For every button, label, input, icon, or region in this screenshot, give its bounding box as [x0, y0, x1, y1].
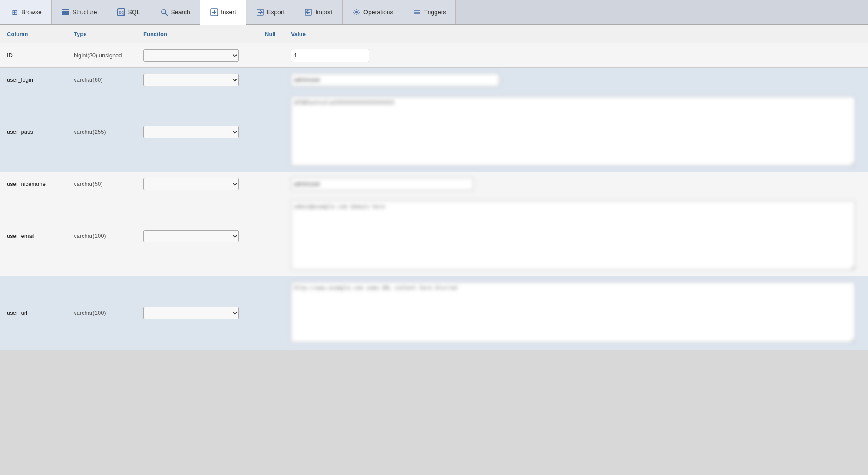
tab-export[interactable]: Export [246, 0, 294, 24]
operations-icon [352, 8, 361, 16]
cell-column-id: ID [0, 48, 69, 63]
function-select-url[interactable] [143, 307, 239, 319]
tab-search-label: Search [171, 9, 190, 16]
svg-line-6 [165, 13, 168, 16]
cell-function-url[interactable] [139, 303, 261, 323]
export-icon [256, 8, 264, 16]
cell-function-email[interactable] [139, 226, 261, 247]
triggers-icon [413, 8, 422, 16]
header-type: Type [69, 31, 139, 37]
cell-value-login[interactable] [287, 69, 868, 91]
header-function: Function [139, 31, 261, 37]
cell-column-pass: user_pass [0, 124, 69, 139]
cell-function-pass[interactable] [139, 122, 261, 142]
cell-type-email: varchar(100) [69, 228, 139, 244]
cell-value-id[interactable] [287, 45, 868, 66]
header-null: Null [261, 31, 287, 37]
value-textarea-email[interactable] [291, 201, 855, 270]
cell-type-id: bigint(20) unsigned [69, 48, 139, 63]
cell-null-nicename [261, 180, 287, 188]
cell-function-id[interactable] [139, 45, 261, 66]
tab-sql-label: SQL [128, 9, 140, 16]
table-row: user_nicename varchar(50) [0, 172, 868, 196]
cell-null-url [261, 309, 287, 317]
tab-insert[interactable]: Insert [200, 0, 246, 25]
cell-value-email[interactable] [287, 196, 868, 276]
header-value: Value [287, 31, 868, 37]
tab-triggers[interactable]: Triggers [403, 0, 456, 24]
function-select-pass[interactable] [143, 126, 239, 138]
table-row: user_url varchar(100) [0, 276, 868, 350]
tab-search[interactable]: Search [150, 0, 200, 24]
cell-column-nicename: user_nicename [0, 176, 69, 191]
tab-import-label: Import [315, 9, 333, 16]
cell-type-login: varchar(60) [69, 72, 139, 87]
cell-column-url: user_url [0, 305, 69, 320]
function-select-nicename[interactable] [143, 178, 239, 190]
cell-function-nicename[interactable] [139, 174, 261, 195]
tab-insert-label: Insert [221, 9, 236, 16]
tab-browse[interactable]: ⊞ Browse [0, 0, 52, 24]
tab-bar: ⊞ Browse Structure SQL SQL Search Insert… [0, 0, 868, 25]
cell-value-url[interactable] [287, 277, 868, 348]
table-row: user_email varchar(100) [0, 196, 868, 276]
cell-type-nicename: varchar(50) [69, 176, 139, 191]
table-row: ID bigint(20) unsigned [0, 43, 868, 68]
value-input-id[interactable] [291, 49, 369, 62]
cell-column-email: user_email [0, 228, 69, 244]
function-select-login[interactable] [143, 74, 239, 86]
value-input-nicename[interactable] [291, 178, 473, 191]
cell-type-url: varchar(100) [69, 305, 139, 320]
cell-function-login[interactable] [139, 69, 261, 90]
cell-column-login: user_login [0, 72, 69, 87]
tab-export-label: Export [267, 9, 284, 16]
structure-icon [61, 8, 70, 16]
tab-operations-label: Operations [363, 9, 393, 16]
tab-operations[interactable]: Operations [343, 0, 403, 24]
search-icon [160, 8, 168, 16]
tab-sql[interactable]: SQL SQL [107, 0, 150, 24]
cell-value-nicename[interactable] [287, 173, 868, 195]
tab-browse-label: Browse [21, 9, 42, 16]
function-select-id[interactable] [143, 49, 239, 62]
cell-null-login [261, 76, 287, 84]
cell-null-email [261, 232, 287, 241]
tab-import[interactable]: Import [294, 0, 343, 24]
tab-structure[interactable]: Structure [52, 0, 107, 24]
svg-point-5 [162, 10, 166, 14]
svg-rect-2 [62, 13, 69, 15]
svg-point-14 [355, 11, 358, 13]
header-column: Column [0, 31, 69, 37]
tab-structure-label: Structure [73, 9, 97, 16]
value-input-login[interactable] [291, 73, 499, 86]
insert-icon [210, 8, 218, 16]
cell-type-pass: varchar(255) [69, 124, 139, 139]
svg-text:SQL: SQL [119, 10, 125, 15]
browse-icon: ⊞ [10, 8, 19, 16]
table-row: user_pass varchar(255) <span class="blur… [0, 92, 868, 172]
function-select-email[interactable] [143, 230, 239, 242]
cell-null-pass [261, 128, 287, 136]
import-icon [304, 8, 313, 16]
svg-rect-1 [62, 11, 69, 13]
cell-null-id [261, 51, 287, 60]
tab-triggers-label: Triggers [424, 9, 446, 16]
table-row: user_login varchar(60) [0, 68, 868, 92]
value-textarea-url[interactable] [291, 282, 855, 343]
cell-value-pass[interactable]: <span class="blurred">██████████ ███████… [287, 92, 868, 172]
sql-icon: SQL [117, 8, 125, 16]
svg-rect-0 [62, 9, 69, 10]
column-headers: Column Type Function Null Value [0, 25, 868, 43]
value-textarea-pass[interactable]: <span class="blurred">██████████ ███████… [291, 96, 855, 166]
